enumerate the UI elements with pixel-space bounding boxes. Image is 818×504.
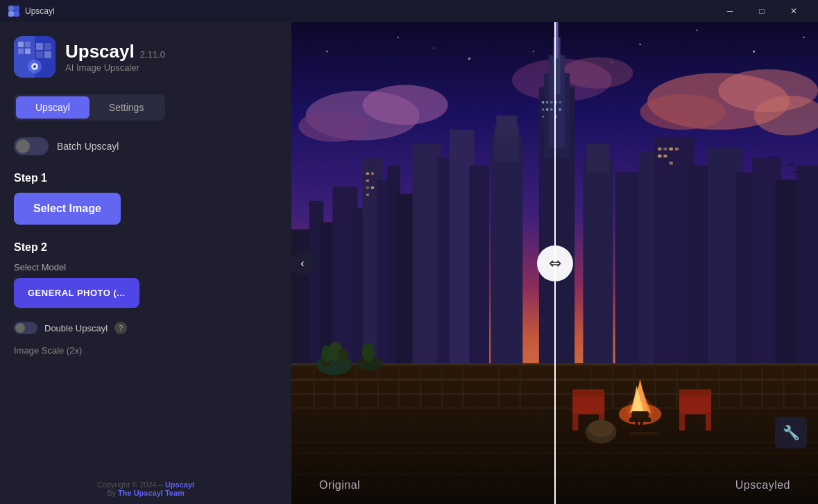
app-title-area: Upscayl 2.11.0 AI Image Upscaler — [65, 41, 278, 73]
svg-rect-92 — [441, 365, 443, 408]
svg-rect-80 — [675, 148, 679, 150]
sidebar: Upscayl 2.11.0 AI Image Upscaler Upscayl… — [0, 22, 291, 504]
svg-point-145 — [468, 58, 470, 60]
app-version: 2.11.0 — [140, 49, 165, 60]
svg-rect-134 — [679, 412, 685, 431]
sidebar-footer: Copyright © 2024 – Upscayl By The Upscay… — [14, 469, 278, 497]
svg-rect-102 — [718, 365, 720, 408]
tab-upscayl[interactable]: Upscayl — [16, 96, 90, 119]
svg-rect-66 — [542, 101, 544, 103]
app-icon — [8, 6, 19, 17]
svg-rect-0 — [8, 6, 14, 11]
svg-rect-95 — [519, 365, 521, 408]
svg-rect-70 — [559, 101, 561, 103]
svg-rect-45 — [556, 22, 559, 59]
comparison-drag-handle[interactable]: ⇔ — [537, 245, 573, 281]
svg-rect-50 — [587, 144, 610, 173]
svg-rect-58 — [775, 180, 800, 372]
app-header: Upscayl 2.11.0 AI Image Upscaler — [14, 36, 278, 78]
svg-rect-135 — [706, 412, 711, 431]
double-upscayl-row: Double Upscayl ? — [14, 322, 278, 334]
svg-rect-12 — [44, 43, 51, 50]
wrench-icon: 🔧 — [783, 424, 800, 441]
help-icon[interactable]: ? — [114, 322, 127, 334]
double-upscayl-label: Double Upscayl — [44, 323, 108, 333]
settings-fab-button[interactable]: 🔧 — [775, 417, 807, 449]
svg-rect-3 — [14, 11, 19, 17]
small-toggle-knob — [15, 323, 25, 333]
select-image-button[interactable]: Select Image — [14, 193, 121, 225]
svg-point-21 — [298, 110, 370, 141]
svg-rect-133 — [679, 390, 711, 397]
minimize-button[interactable]: ─ — [714, 0, 746, 22]
svg-rect-14 — [44, 51, 51, 58]
titlebar: Upscayl ─ □ ✕ — [0, 0, 818, 22]
svg-rect-104 — [761, 365, 763, 408]
svg-rect-105 — [783, 365, 785, 408]
close-button[interactable]: ✕ — [778, 0, 810, 22]
model-button[interactable]: GENERAL PHOTO (... — [14, 278, 139, 308]
maximize-button[interactable]: □ — [746, 0, 778, 22]
svg-point-152 — [611, 62, 613, 63]
double-upscayl-toggle[interactable] — [14, 322, 37, 334]
svg-rect-72 — [546, 108, 548, 110]
comparison-container[interactable]: ‹ ⇔ 🔧 Original Upscayled — [291, 22, 818, 504]
batch-toggle[interactable] — [14, 137, 49, 155]
model-select-label: Select Model — [14, 262, 278, 272]
svg-point-148 — [753, 51, 755, 53]
svg-point-146 — [640, 44, 641, 45]
svg-rect-51 — [615, 173, 642, 372]
batch-label: Batch Upscayl — [57, 141, 119, 152]
svg-point-149 — [803, 37, 804, 38]
svg-rect-37 — [412, 144, 441, 372]
svg-rect-97 — [612, 365, 614, 408]
svg-rect-83 — [670, 162, 673, 164]
svg-rect-99 — [654, 365, 656, 408]
svg-rect-73 — [550, 108, 552, 110]
window-title: Upscayl — [25, 6, 55, 16]
svg-point-147 — [697, 30, 698, 31]
footer-copyright: Copyright © 2024 – Upscayl — [14, 480, 278, 489]
svg-rect-60 — [366, 173, 369, 175]
svg-rect-63 — [366, 186, 369, 189]
footer-team-name: The Upscayl Team — [118, 489, 185, 497]
svg-rect-82 — [663, 155, 667, 157]
svg-rect-89 — [377, 365, 379, 408]
svg-rect-65 — [366, 193, 369, 195]
svg-rect-103 — [740, 365, 742, 408]
svg-rect-130 — [572, 412, 578, 431]
svg-rect-13 — [36, 51, 43, 58]
svg-point-27 — [562, 58, 633, 89]
titlebar-left: Upscayl — [8, 6, 55, 17]
svg-rect-94 — [497, 365, 500, 408]
svg-rect-74 — [559, 108, 561, 110]
svg-rect-100 — [676, 365, 678, 408]
main-layout: Upscayl 2.11.0 AI Image Upscaler Upscayl… — [0, 22, 818, 504]
svg-point-143 — [326, 51, 327, 52]
svg-rect-59 — [796, 165, 818, 371]
window-controls: ─ □ ✕ — [714, 0, 810, 22]
svg-rect-81 — [658, 155, 661, 157]
tab-settings[interactable]: Settings — [90, 96, 164, 119]
svg-rect-106 — [803, 365, 806, 408]
batch-toggle-row: Batch Upscayl — [14, 137, 278, 155]
svg-rect-124 — [629, 418, 651, 422]
svg-rect-75 — [542, 116, 544, 118]
svg-point-144 — [398, 37, 399, 38]
original-label: Original — [319, 479, 360, 492]
app-name: Upscayl 2.11.0 — [65, 41, 278, 62]
footer-team: By The Upscayl Team — [14, 489, 278, 497]
upscayled-label: Upscayled — [735, 479, 790, 492]
svg-rect-9 — [18, 49, 24, 54]
tab-group: Upscayl Settings — [14, 94, 165, 121]
svg-rect-10 — [25, 49, 31, 54]
svg-rect-68 — [550, 101, 552, 103]
svg-point-151 — [433, 47, 434, 49]
svg-rect-1 — [14, 6, 19, 11]
toggle-knob — [16, 139, 30, 153]
svg-rect-40 — [469, 165, 489, 371]
svg-point-17 — [33, 65, 36, 68]
svg-rect-127 — [629, 432, 659, 435]
svg-point-150 — [533, 51, 534, 52]
svg-rect-48 — [496, 116, 517, 137]
